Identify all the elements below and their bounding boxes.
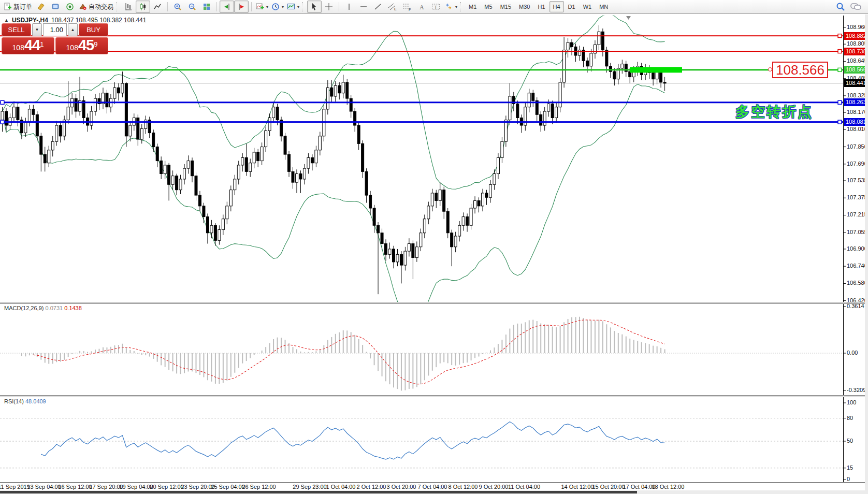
equidistant-channel-icon: E [388, 3, 397, 11]
toolbar-grip [460, 2, 462, 11]
indicators-button[interactable]: ▾ [254, 1, 270, 13]
timeframe-W1[interactable]: W1 [580, 1, 596, 12]
text-button[interactable]: A [414, 1, 429, 13]
vertical-line-button[interactable] [342, 1, 356, 13]
chart-ohlc: 108.437 108.495 108.382 108.441 [51, 17, 147, 24]
time-axis-label: 13 Sep 04:00 [27, 484, 61, 490]
sell-button[interactable]: SELL [2, 23, 31, 36]
axis-label: 0.3614 [847, 303, 864, 309]
time-axis-label: 17 Sep 20:00 [89, 484, 123, 490]
panel-separator[interactable] [0, 395, 868, 397]
mql5-community-button[interactable] [48, 1, 63, 13]
periods-button[interactable]: ▾ [270, 1, 285, 13]
timeframe-D1[interactable]: D1 [565, 1, 579, 12]
cn-note-text[interactable]: 多空转折点 [735, 103, 813, 121]
text-icon: A [417, 3, 426, 11]
new-order-label: 新订单 [13, 3, 32, 11]
timeframe-M5[interactable]: M5 [481, 1, 496, 12]
search-icon[interactable] [836, 2, 845, 11]
new-order-button[interactable]: 新订单 [2, 1, 34, 13]
vertical-line-icon [345, 3, 353, 11]
time-axis-label: 3 Oct 20:00 [387, 484, 416, 490]
time-axis[interactable]: 11 Sep 201913 Sep 04:0016 Sep 12:0017 Se… [0, 482, 868, 491]
chart-canvas[interactable]: ▲ USDJPY-,H4 108.437 108.495 108.382 108… [0, 14, 868, 494]
rsi-value: 48.0409 [25, 398, 46, 404]
timeframe-H1[interactable]: H1 [534, 1, 548, 12]
horizontal-scrollbar[interactable] [0, 490, 868, 494]
horizontal-line-button[interactable] [356, 1, 371, 13]
toolbar-separator [339, 2, 339, 11]
axis-label: 0.00 [847, 350, 858, 356]
tile-windows-button[interactable] [199, 1, 214, 13]
bar-chart-icon [124, 3, 133, 11]
timeframe-MN[interactable]: MN [596, 1, 612, 12]
dropdown-caret: ▾ [297, 5, 299, 9]
panel-separator[interactable] [0, 302, 868, 304]
time-axis-label: 20 Sep 12:00 [150, 484, 183, 490]
trendline-button[interactable] [371, 1, 385, 13]
bar-chart-button[interactable] [121, 1, 136, 13]
toolbar-separator [251, 2, 252, 11]
svg-text:F: F [409, 8, 411, 11]
chart-symbol: USDJPY-,H4 [12, 17, 48, 24]
axis-label: -0.3209 [847, 387, 866, 393]
chat-icon[interactable] [850, 2, 862, 11]
chart-shift-button[interactable] [234, 1, 249, 13]
zoom-in-button[interactable] [170, 1, 185, 13]
line-chart-button[interactable] [150, 1, 165, 13]
crosshair-button[interactable] [322, 1, 336, 13]
templates-button[interactable]: ▾ [285, 1, 301, 13]
zoom-in-icon [173, 3, 182, 11]
metaeditor-button[interactable] [34, 1, 48, 13]
sell-price-button[interactable]: 108441 [2, 37, 54, 54]
timeframe-M15[interactable]: M15 [497, 1, 515, 12]
candlestick-chart-icon [139, 3, 147, 11]
auto-scroll-icon [223, 3, 231, 11]
text-label-button[interactable]: T [429, 1, 443, 13]
toolbar-grip [117, 2, 119, 11]
volume-input[interactable] [43, 23, 67, 36]
cursor-icon [310, 3, 319, 11]
volume-increase-button[interactable]: ▲ [68, 23, 78, 36]
collapse-arrow-icon[interactable]: ▲ [4, 18, 9, 23]
timeframe-H4[interactable]: H4 [549, 1, 564, 12]
candlestick-chart-button[interactable] [136, 1, 150, 13]
dropdown-caret: ▾ [266, 5, 268, 9]
equidistant-channel-button[interactable]: E [385, 1, 400, 13]
periods-clock-icon [271, 3, 280, 11]
zoom-out-button[interactable] [185, 1, 199, 13]
volume-decrease-button[interactable]: ▼ [32, 23, 42, 36]
svg-text:E: E [394, 7, 397, 11]
chart-title: ▲ USDJPY-,H4 108.437 108.495 108.382 108… [4, 17, 146, 24]
scrollbar-thumb[interactable] [0, 491, 637, 493]
price-annotation-box[interactable]: 108.566 [772, 62, 828, 78]
sell-price-base: 108 [12, 42, 24, 53]
horizontal-line-icon [359, 3, 368, 11]
arrows-button[interactable]: ▾ [443, 1, 459, 13]
signals-icon [66, 3, 74, 11]
time-axis-label: 8 Oct 12:00 [449, 484, 478, 490]
fibonacci-icon: F [402, 3, 412, 11]
templates-icon [287, 3, 295, 11]
autotrading-button[interactable]: 自动交易 [77, 1, 115, 13]
buy-price-button[interactable]: 108459 [55, 37, 108, 54]
cursor-button[interactable] [307, 1, 322, 13]
autotrading-label: 自动交易 [89, 3, 113, 11]
axis-label: 0 [847, 476, 850, 482]
auto-scroll-button[interactable] [220, 1, 234, 13]
fibonacci-button[interactable]: F [400, 1, 414, 13]
axis-label: 80 [847, 415, 853, 421]
buy-button[interactable]: BUY [79, 23, 108, 36]
timeframe-M1[interactable]: M1 [465, 1, 480, 12]
toolbar-separator [216, 2, 217, 11]
dropdown-caret: ▾ [282, 5, 284, 9]
tile-windows-icon [202, 3, 211, 11]
toolbar-right [836, 2, 866, 11]
signals-button[interactable] [63, 1, 77, 13]
dropdown-caret: ▾ [455, 5, 457, 9]
timeframe-M30[interactable]: M30 [515, 1, 533, 12]
buy-price-sup: 9 [94, 38, 97, 51]
right-edge-strip [865, 14, 868, 494]
time-axis-label: 11 Sep 2019 [0, 484, 30, 490]
time-axis-label: 15 Oct 20:00 [592, 484, 625, 490]
